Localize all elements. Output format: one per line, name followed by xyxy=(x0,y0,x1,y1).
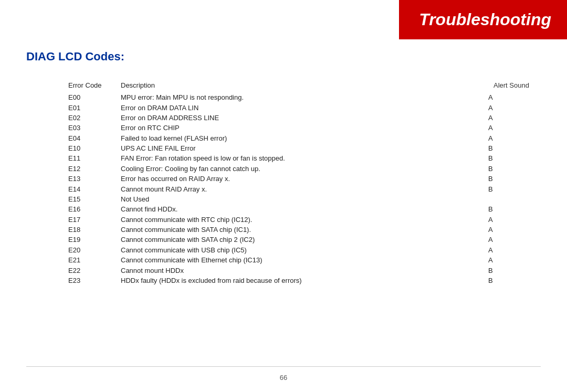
description-cell: Cannot communicate with SATA chip (IC1). xyxy=(121,225,488,235)
table-row: E10UPS AC LINE FAIL ErrorB xyxy=(68,143,541,153)
error-code-cell: E19 xyxy=(68,235,121,245)
alert-sound-cell: A xyxy=(488,92,541,102)
description-cell: Cannot communicate with USB chip (IC5) xyxy=(121,245,488,255)
col-header-alert: Alert Sound xyxy=(488,81,541,92)
table-row: E16Cannot find HDDx.B xyxy=(68,204,541,214)
alert-sound-cell: A xyxy=(488,113,541,123)
description-cell: Not Used xyxy=(121,194,488,204)
error-code-cell: E20 xyxy=(68,245,121,255)
diag-codes-table: Error Code Description Alert Sound E00MP… xyxy=(68,81,541,285)
alert-sound-cell: B xyxy=(488,143,541,153)
alert-sound-cell: B xyxy=(488,265,541,275)
table-row: E00MPU error: Main MPU is not responding… xyxy=(68,92,541,102)
table-row: E18Cannot communicate with SATA chip (IC… xyxy=(68,225,541,235)
error-code-cell: E13 xyxy=(68,174,121,184)
error-code-cell: E17 xyxy=(68,215,121,225)
table-row: E01Error on DRAM DATA LINA xyxy=(68,102,541,112)
alert-sound-cell: A xyxy=(488,225,541,235)
description-cell: Error has occurred on RAID Array x. xyxy=(121,174,488,184)
error-code-cell: E21 xyxy=(68,255,121,265)
error-code-cell: E02 xyxy=(68,113,121,123)
header-bar: Troubleshooting xyxy=(399,0,567,39)
description-cell: Cannot communicate with RTC chip (IC12). xyxy=(121,215,488,225)
error-code-cell: E14 xyxy=(68,184,121,194)
error-code-cell: E18 xyxy=(68,225,121,235)
table-row: E14Cannot mount RAID Array x.B xyxy=(68,184,541,194)
alert-sound-cell: A xyxy=(488,123,541,133)
description-cell: Error on DRAM DATA LIN xyxy=(121,102,488,112)
error-code-cell: E15 xyxy=(68,194,121,204)
description-cell: Error on RTC CHIP xyxy=(121,123,488,133)
table-row: E22Cannot mount HDDxB xyxy=(68,265,541,275)
description-cell: Cannot communicate with SATA chip 2 (IC2… xyxy=(121,235,488,245)
table-row: E15Not Used xyxy=(68,194,541,204)
col-header-code: Error Code xyxy=(68,81,121,92)
error-code-cell: E03 xyxy=(68,123,121,133)
description-cell: Cannot find HDDx. xyxy=(121,204,488,214)
error-code-cell: E01 xyxy=(68,102,121,112)
description-cell: MPU error: Main MPU is not responding. xyxy=(121,92,488,102)
description-cell: Cannot mount RAID Array x. xyxy=(121,184,488,194)
alert-sound-cell: A xyxy=(488,255,541,265)
alert-sound-cell: A xyxy=(488,235,541,245)
table-row: E12Cooling Error: Cooling by fan cannot … xyxy=(68,164,541,174)
diag-codes-table-container: Error Code Description Alert Sound E00MP… xyxy=(68,81,541,285)
alert-sound-cell: B xyxy=(488,153,541,163)
error-code-cell: E10 xyxy=(68,143,121,153)
alert-sound-cell: A xyxy=(488,133,541,143)
table-row: E03Error on RTC CHIPA xyxy=(68,123,541,133)
description-cell: UPS AC LINE FAIL Error xyxy=(121,143,488,153)
alert-sound-cell: A xyxy=(488,215,541,225)
table-row: E19Cannot communicate with SATA chip 2 (… xyxy=(68,235,541,245)
table-row: E11FAN Error: Fan rotation speed is low … xyxy=(68,153,541,163)
error-code-cell: E22 xyxy=(68,265,121,275)
alert-sound-cell xyxy=(488,194,541,204)
table-row: E02Error on DRAM ADDRESS LINEA xyxy=(68,113,541,123)
description-cell: Error on DRAM ADDRESS LINE xyxy=(121,113,488,123)
description-cell: Cannot mount HDDx xyxy=(121,265,488,275)
bottom-divider xyxy=(26,366,541,367)
table-row: E23HDDx faulty (HDDx is excluded from ra… xyxy=(68,276,541,285)
description-cell: HDDx faulty (HDDx is excluded from raid … xyxy=(121,276,488,285)
page-title: Troubleshooting xyxy=(419,10,551,29)
description-cell: FAN Error: Fan rotation speed is low or … xyxy=(121,153,488,163)
alert-sound-cell: B xyxy=(488,276,541,285)
error-code-cell: E16 xyxy=(68,204,121,214)
alert-sound-cell: B xyxy=(488,174,541,184)
alert-sound-cell: B xyxy=(488,204,541,214)
error-code-cell: E11 xyxy=(68,153,121,163)
table-row: E13Error has occurred on RAID Array x.B xyxy=(68,174,541,184)
error-code-cell: E00 xyxy=(68,92,121,102)
page-number: 66 xyxy=(280,374,287,382)
description-cell: Failed to load kernel (FLASH error) xyxy=(121,133,488,143)
error-code-cell: E04 xyxy=(68,133,121,143)
alert-sound-cell: A xyxy=(488,102,541,112)
error-code-cell: E23 xyxy=(68,276,121,285)
col-header-description: Description xyxy=(121,81,488,92)
alert-sound-cell: B xyxy=(488,164,541,174)
alert-sound-cell: B xyxy=(488,184,541,194)
alert-sound-cell: A xyxy=(488,245,541,255)
table-row: E04Failed to load kernel (FLASH error)A xyxy=(68,133,541,143)
table-row: E21Cannot communicate with Ethernet chip… xyxy=(68,255,541,265)
table-row: E17Cannot communicate with RTC chip (IC1… xyxy=(68,215,541,225)
section-heading: DIAG LCD Codes: xyxy=(26,50,124,63)
error-code-cell: E12 xyxy=(68,164,121,174)
table-row: E20Cannot communicate with USB chip (IC5… xyxy=(68,245,541,255)
description-cell: Cannot communicate with Ethernet chip (I… xyxy=(121,255,488,265)
description-cell: Cooling Error: Cooling by fan cannot cat… xyxy=(121,164,488,174)
